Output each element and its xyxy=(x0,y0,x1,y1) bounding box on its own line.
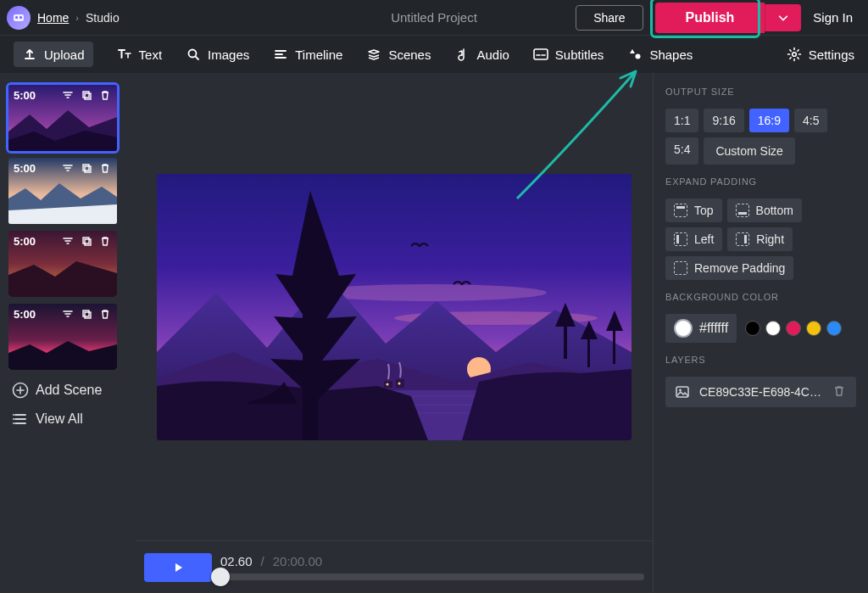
trash-icon[interactable] xyxy=(832,384,848,400)
remove-padding-button[interactable]: Remove Padding xyxy=(665,256,793,280)
view-all-button[interactable]: View All xyxy=(12,411,127,428)
pad-left-icon xyxy=(674,232,687,246)
plus-circle-icon xyxy=(12,382,29,399)
toolbar: Upload Text Images Timeline Scenes Audio… xyxy=(0,36,868,73)
scene-thumb[interactable]: 5:00 xyxy=(8,304,117,370)
svg-rect-18 xyxy=(85,312,91,318)
swatch-blue[interactable] xyxy=(826,321,842,336)
publish-button[interactable]: Publish xyxy=(655,3,765,33)
swatch-black[interactable] xyxy=(745,321,760,336)
properties-panel: OUTPUT SIZE 1:1 9:16 16:9 4:5 5:4 Custom… xyxy=(653,73,868,593)
scene-thumb[interactable]: 5:00 xyxy=(8,158,117,224)
ratio-16-9[interactable]: 16:9 xyxy=(749,109,789,132)
home-link[interactable]: Home xyxy=(37,11,69,25)
svg-rect-29 xyxy=(587,338,590,367)
svg-rect-8 xyxy=(83,92,89,98)
bg-color-row: #ffffff xyxy=(665,314,856,343)
swatch-pink[interactable] xyxy=(786,321,801,336)
audio-icon xyxy=(454,47,470,62)
sort-icon[interactable] xyxy=(61,161,75,175)
scene-thumb[interactable]: 5:00 xyxy=(8,231,117,297)
text-icon xyxy=(117,47,132,62)
svg-rect-28 xyxy=(564,325,567,359)
trash-icon[interactable] xyxy=(98,307,112,321)
swatch-white[interactable] xyxy=(765,321,781,336)
svg-rect-17 xyxy=(83,310,89,316)
custom-size-button[interactable]: Custom Size xyxy=(704,137,794,165)
scene-list: 5:00 5:00 xyxy=(0,73,136,593)
svg-point-21 xyxy=(13,418,14,420)
scenes-icon xyxy=(366,47,381,62)
scene-duration: 5:00 xyxy=(14,235,36,248)
sort-icon[interactable] xyxy=(61,88,75,102)
svg-rect-11 xyxy=(83,165,89,171)
svg-rect-37 xyxy=(738,212,747,215)
pad-right-button[interactable]: Right xyxy=(727,227,793,251)
expand-padding-label: EXPAND PADDING xyxy=(665,176,856,187)
signin-button[interactable]: Sign In xyxy=(813,10,853,25)
svg-rect-1 xyxy=(15,16,18,19)
copy-icon[interactable] xyxy=(80,88,93,102)
sort-icon[interactable] xyxy=(61,307,75,321)
timeline-track[interactable] xyxy=(220,573,644,580)
pad-top-button[interactable]: Top xyxy=(665,199,722,222)
scene-duration: 5:00 xyxy=(14,308,36,321)
trash-icon[interactable] xyxy=(98,161,112,175)
chevron-right-icon: › xyxy=(75,13,79,23)
upload-button[interactable]: Upload xyxy=(14,42,93,67)
ratio-4-5[interactable]: 4:5 xyxy=(794,109,827,132)
list-icon xyxy=(12,411,29,428)
subtitles-tool[interactable]: Subtitles xyxy=(533,47,604,62)
svg-rect-39 xyxy=(744,235,747,243)
trash-icon[interactable] xyxy=(98,88,112,102)
svg-rect-40 xyxy=(676,387,688,397)
breadcrumb: Home › Studio xyxy=(37,11,120,25)
time-total: 20:00.00 xyxy=(273,554,322,568)
timeline-tool[interactable]: Timeline xyxy=(273,47,342,62)
bg-color-input[interactable]: #ffffff xyxy=(665,314,737,343)
ratio-5-4[interactable]: 5:4 xyxy=(665,137,698,165)
chevron-down-icon xyxy=(777,12,789,24)
svg-point-3 xyxy=(189,50,197,58)
pad-left-button[interactable]: Left xyxy=(665,227,722,251)
swatch-yellow[interactable] xyxy=(806,321,821,336)
image-icon xyxy=(674,383,691,400)
ratio-9-16[interactable]: 9:16 xyxy=(704,109,743,132)
copy-icon[interactable] xyxy=(80,161,93,175)
sort-icon[interactable] xyxy=(61,234,75,248)
timeline-knob[interactable] xyxy=(211,568,230,586)
layer-row[interactable]: CE89C33E-E698-4C2D-... xyxy=(665,377,856,407)
pad-top-icon xyxy=(674,204,687,217)
svg-point-35 xyxy=(398,382,401,384)
canvas-area: 02.60 / 20:00.00 xyxy=(136,73,653,593)
svg-point-6 xyxy=(792,53,796,57)
add-scene-label: Add Scene xyxy=(36,383,102,398)
canvas[interactable] xyxy=(157,174,632,440)
text-tool[interactable]: Text xyxy=(117,47,163,62)
pad-bottom-button[interactable]: Bottom xyxy=(727,199,802,222)
view-all-label: View All xyxy=(36,411,83,427)
scene-thumb[interactable]: 5:00 xyxy=(8,85,117,151)
settings-tool[interactable]: Settings xyxy=(787,47,854,62)
timeline-bar: 02.60 / 20:00.00 xyxy=(136,540,653,593)
publish-group: Publish xyxy=(655,3,802,33)
share-button[interactable]: Share xyxy=(576,5,643,31)
project-title[interactable]: Untitled Project xyxy=(391,10,477,25)
shapes-tool[interactable]: Shapes xyxy=(627,47,693,62)
add-scene-button[interactable]: Add Scene xyxy=(12,382,127,399)
svg-point-20 xyxy=(13,414,14,416)
pad-right-icon xyxy=(736,232,749,246)
publish-dropdown[interactable] xyxy=(765,4,801,31)
copy-icon[interactable] xyxy=(80,307,93,321)
canvas-art xyxy=(157,174,632,440)
scenes-tool[interactable]: Scenes xyxy=(366,47,431,62)
ratio-1-1[interactable]: 1:1 xyxy=(665,109,698,132)
trash-icon[interactable] xyxy=(98,234,112,248)
avatar[interactable] xyxy=(7,6,31,30)
images-tool[interactable]: Images xyxy=(186,47,249,62)
play-button[interactable] xyxy=(144,553,212,582)
copy-icon[interactable] xyxy=(80,234,93,248)
text-label: Text xyxy=(139,48,163,62)
audio-tool[interactable]: Audio xyxy=(454,47,509,62)
svg-rect-30 xyxy=(613,330,615,364)
